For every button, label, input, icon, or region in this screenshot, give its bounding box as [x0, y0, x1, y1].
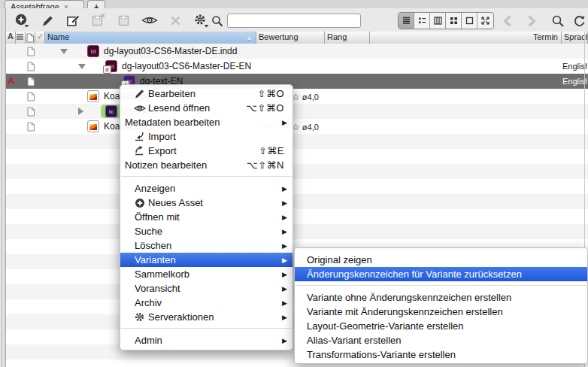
compose-icon: [65, 13, 81, 28]
save-button: [116, 12, 132, 29]
back-button: [499, 14, 516, 28]
view-mode-switcher: [398, 12, 494, 29]
gear-icon: [192, 13, 209, 29]
menu-item-anzeigen[interactable]: Anzeigen▶: [120, 181, 292, 196]
menu-item-sammelkorb[interactable]: Sammelkorb▶: [120, 267, 292, 281]
menu-item-metadaten-bearbeiten[interactable]: Metadaten bearbeiten▶: [120, 115, 292, 129]
expander-open-icon[interactable]: [60, 49, 68, 54]
menu-item-löschen[interactable]: Löschen▶: [120, 238, 292, 253]
view-mode-single[interactable]: [462, 13, 477, 29]
view-mode-expand[interactable]: [477, 13, 493, 29]
varianten-submenu: Original zeigenÄnderungskennzeichen für …: [294, 247, 588, 364]
menu-item-öffnen-mit[interactable]: Öffnen mit▶: [120, 210, 292, 224]
tab-close-icon[interactable]: ×: [64, 2, 68, 8]
column-header-file[interactable]: [26, 32, 35, 44]
view-mode-list[interactable]: [399, 13, 414, 29]
save-icon: [117, 13, 131, 28]
refresh-button[interactable]: [571, 14, 588, 28]
menu-item-serveraktionen[interactable]: Serveraktionen▶: [120, 310, 292, 324]
menu-item-label: Anzeigen: [135, 183, 175, 194]
table-row[interactable]: Icdg-text-05: [0, 104, 588, 119]
view-mode-thumbnails[interactable]: [446, 13, 462, 29]
plus-icon: +: [94, 2, 99, 8]
submenu-item-variante-ohne-änderungskennzeichen-erstellen[interactable]: Variante ohne Änderungskennzeichen erste…: [295, 290, 587, 305]
submenu-item-variante-mit-änderungskennzeichen-erstellen[interactable]: Variante mit Änderungskennzeichen erstel…: [295, 305, 587, 319]
submenu-arrow-icon: ▶: [282, 228, 287, 235]
add-asset-button[interactable]: [14, 12, 30, 29]
forward-arrow-icon: [526, 15, 538, 27]
view-button[interactable]: [141, 12, 158, 29]
submenu-arrow-icon: ▶: [282, 337, 287, 344]
search-area: [211, 14, 361, 28]
table-row[interactable]: Iddg-layout03-CS6-Master-DE.indd: [0, 44, 588, 59]
text-lines-icon: [17, 34, 24, 43]
menu-shortcut: ⇧⌘O: [257, 88, 284, 99]
column-header-termin[interactable]: Termin: [370, 32, 562, 44]
table-row[interactable]: Koala09.jpg★★★★☆ø4,0: [0, 119, 588, 134]
table-row[interactable]: AIc✓dg-text-ENEnglish: [0, 74, 588, 89]
table-row[interactable]: Koala05.jpg★★★★☆ø4,0: [0, 89, 588, 104]
menu-item-varianten[interactable]: Varianten▶: [120, 253, 292, 267]
view-mode-columns[interactable]: [430, 13, 446, 29]
page-icon: [27, 92, 35, 102]
pane-splitter[interactable]: [0, 8, 6, 367]
expander-closed-icon[interactable]: [78, 108, 83, 115]
edit-button[interactable]: [39, 12, 56, 29]
server-actions-button[interactable]: [192, 12, 209, 29]
submenu-item-änderungskennzeichen-für-variante-zurücksetzen[interactable]: Änderungskennzeichen für Variante zurück…: [295, 267, 587, 281]
columns-view-icon: [433, 16, 443, 26]
page-icon: [27, 107, 35, 117]
menu-item-notizen-bearbeiten[interactable]: Notizen bearbeiten⌥⇧⌘N: [120, 158, 292, 172]
menu-item-archiv[interactable]: Archiv▶: [120, 296, 292, 310]
submenu-arrow-icon: ▶: [282, 214, 287, 221]
detail-list-view-icon: [417, 16, 427, 26]
menu-item-import[interactable]: Import: [120, 129, 292, 144]
asset-name: dg-layout03-CS6-Master-DE.indd: [104, 44, 237, 59]
edit-metadata-button[interactable]: [65, 12, 81, 29]
menu-item-neues-asset[interactable]: Neues Asset▶: [120, 196, 292, 210]
menu-item-label: Admin: [135, 335, 162, 346]
pencil-icon: [41, 14, 55, 28]
find-button[interactable]: [550, 14, 566, 28]
search-icon: [211, 15, 223, 27]
column-header-text[interactable]: [16, 32, 26, 44]
empty-row: [0, 134, 588, 149]
menu-item-label: Export: [148, 145, 177, 156]
menu-item-export[interactable]: Export⇧⌘E: [120, 144, 292, 158]
menu-item-label: Lesend öffnen: [148, 102, 210, 114]
submenu-arrow-icon: ▶: [282, 314, 287, 321]
sort-indicator-icon: ▲: [246, 32, 253, 44]
export-icon: [133, 145, 146, 157]
menu-item-lesend-öffnen[interactable]: Lesend öffnen⌥⇧⌘O: [120, 101, 292, 115]
new-tab-button[interactable]: +: [87, 0, 105, 8]
submenu-item-transformations-variante-erstellen[interactable]: Transformations-Variante erstellen: [295, 347, 587, 362]
submenu-item-alias-variant-erstellen[interactable]: Alias-Variant erstellen: [295, 333, 587, 347]
column-header-rang[interactable]: Rang: [325, 32, 370, 44]
page-icon: [27, 62, 35, 71]
submenu-item-original-zeigen[interactable]: Original zeigen: [295, 253, 587, 267]
column-header-annotation[interactable]: A: [6, 32, 16, 44]
indesign-variant-file-icon: Idd: [105, 60, 117, 72]
context-menu: Bearbeiten⇧⌘OLesend öffnen⌥⇧⌘OMetadaten …: [120, 84, 293, 350]
view-mode-detail-list[interactable]: [414, 13, 430, 29]
column-header-bewertung[interactable]: Bewertung: [256, 32, 325, 44]
column-header-name[interactable]: Name▲: [45, 32, 256, 44]
search-input[interactable]: [227, 14, 361, 28]
menu-item-admin[interactable]: Admin▶: [120, 333, 292, 347]
toolbar-left-group: [14, 12, 209, 29]
expander-open-icon[interactable]: [78, 64, 86, 69]
image-thumbnail-art: [89, 124, 97, 130]
column-header-check[interactable]: ✓: [35, 32, 45, 44]
submenu-item-layout-geometrie-variante-erstellen[interactable]: Layout-Geometrie-Variante erstellen: [295, 319, 587, 333]
menu-item-voransicht[interactable]: Voransicht▶: [120, 281, 292, 296]
menu-item-bearbeiten[interactable]: Bearbeiten⇧⌘O: [120, 86, 292, 101]
menu-item-suche[interactable]: Suche▶: [120, 224, 292, 238]
list-view-icon: [402, 16, 411, 26]
x-icon: [170, 15, 181, 26]
submenu-arrow-icon: ▶: [282, 119, 287, 126]
back-arrow-icon: [502, 15, 514, 27]
table-row[interactable]: Idddg-layout03-CS6-Master-DE-ENEnglish: [0, 59, 588, 74]
tab-assetabfrage[interactable]: Assetabfrage×: [5, 0, 84, 8]
magnifier-icon: [551, 14, 565, 28]
menu-item-label: Öffnen mit: [135, 211, 180, 223]
